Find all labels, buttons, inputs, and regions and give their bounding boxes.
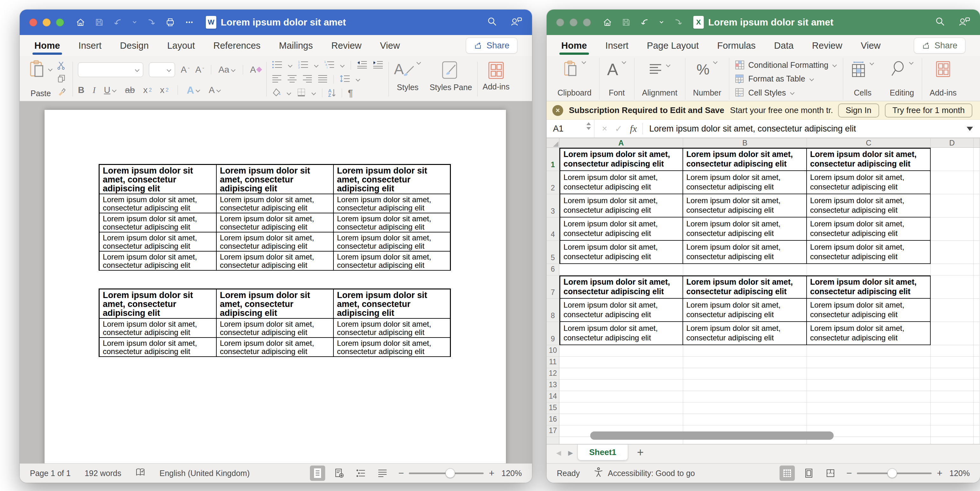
- undo-chevron-icon[interactable]: [659, 21, 664, 24]
- word-table-header-cell[interactable]: Lorem ipsum dolor sitamet, consecteturad…: [334, 165, 451, 194]
- font-group-button[interactable]: A Font: [600, 58, 635, 100]
- spreadsheet-cell[interactable]: [931, 217, 974, 241]
- row-header[interactable]: 5: [547, 241, 559, 264]
- spreadsheet-cell[interactable]: Lorem ipsum dolor sit amet,consectetur a…: [807, 171, 931, 194]
- addins-button[interactable]: Add-ins: [922, 58, 964, 100]
- styles-pane-button[interactable]: Styles Pane: [430, 61, 472, 92]
- word-table-cell[interactable]: Lorem ipsum dolor sit amet,consectetur a…: [100, 319, 217, 338]
- spreadsheet-cell[interactable]: [931, 276, 974, 299]
- text-effects-button[interactable]: A: [187, 84, 200, 96]
- tab-design[interactable]: Design: [120, 40, 149, 51]
- copy-icon[interactable]: [57, 74, 66, 85]
- clear-formatting-button[interactable]: A: [250, 65, 261, 75]
- line-spacing-button[interactable]: [339, 74, 350, 84]
- spreadsheet-cell[interactable]: Lorem ipsum dolor sit amet,consectetur a…: [559, 322, 683, 345]
- spreadsheet-cell[interactable]: [974, 241, 980, 264]
- subscript-button[interactable]: x2: [143, 85, 152, 95]
- word-table-cell[interactable]: Lorem ipsum dolor sit amet,consectetur a…: [217, 214, 334, 233]
- spreadsheet-cell[interactable]: Lorem ipsum dolor sit amet,consectetur a…: [559, 276, 683, 299]
- align-right-button[interactable]: [302, 75, 312, 84]
- spreadsheet-cell[interactable]: [931, 426, 974, 437]
- sign-in-button[interactable]: Sign In: [838, 104, 879, 118]
- confirm-entry-icon[interactable]: ✓: [615, 124, 622, 134]
- borders-button[interactable]: [296, 88, 306, 98]
- spreadsheet-cell[interactable]: [931, 345, 974, 357]
- spreadsheet-cell[interactable]: Lorem ipsum dolor sit amet,consectetur a…: [559, 217, 683, 241]
- paste-button[interactable]: Paste: [26, 59, 56, 100]
- spreadsheet-cell[interactable]: [683, 391, 807, 402]
- word-count[interactable]: 192 words: [84, 469, 121, 478]
- spreadsheet-cell[interactable]: Lorem ipsum dolor sit amet,consectetur a…: [559, 148, 683, 171]
- tab-insert[interactable]: Insert: [606, 40, 629, 51]
- word-table-header-cell[interactable]: Lorem ipsum dolor sitamet, consecteturad…: [100, 289, 217, 319]
- page-layout-view-button[interactable]: [801, 465, 816, 481]
- spreadsheet-cell[interactable]: [974, 426, 980, 437]
- spreadsheet-cell[interactable]: Lorem ipsum dolor sit amet,consectetur a…: [807, 299, 931, 322]
- row-header[interactable]: 15: [547, 402, 559, 414]
- align-left-button[interactable]: [272, 75, 282, 84]
- row-header[interactable]: 13: [547, 379, 559, 391]
- multilevel-list-button[interactable]: 1ai: [324, 60, 335, 70]
- column-header-d[interactable]: D: [931, 138, 974, 147]
- spreadsheet-cell[interactable]: [683, 402, 807, 414]
- tab-layout[interactable]: Layout: [167, 40, 195, 51]
- spreadsheet-cell[interactable]: [683, 379, 807, 391]
- tab-references[interactable]: References: [213, 40, 260, 51]
- spreadsheet-cell[interactable]: [683, 264, 807, 276]
- chevron-down-icon[interactable]: [340, 63, 345, 67]
- word-table-header-cell[interactable]: Lorem ipsum dolor sitamet, consecteturad…: [217, 289, 334, 319]
- tab-review[interactable]: Review: [331, 40, 361, 51]
- word-table-cell[interactable]: Lorem ipsum dolor sit amet,consectetur a…: [217, 338, 334, 357]
- minimize-button[interactable]: [43, 19, 51, 26]
- word-table-header-cell[interactable]: Lorem ipsum dolor sitamet, consecteturad…: [334, 289, 451, 319]
- word-table-cell[interactable]: Lorem ipsum dolor sit amet,consectetur a…: [100, 233, 217, 252]
- bold-button[interactable]: B: [78, 85, 84, 95]
- grow-font-button[interactable]: Aˆ: [181, 65, 189, 75]
- spreadsheet-cell[interactable]: Lorem ipsum dolor sit amet,consectetur a…: [559, 299, 683, 322]
- word-table-cell[interactable]: Lorem ipsum dolor sit amet,consectetur a…: [217, 194, 334, 214]
- print-layout-view-button[interactable]: [310, 465, 325, 481]
- spreadsheet-cell[interactable]: [931, 437, 974, 444]
- spreadsheet-cell[interactable]: [559, 264, 683, 276]
- page-count[interactable]: Page 1 of 1: [30, 469, 71, 478]
- tab-home[interactable]: Home: [34, 40, 60, 51]
- strikethrough-button[interactable]: ab: [125, 85, 135, 95]
- show-paragraph-marks-button[interactable]: ¶: [348, 88, 353, 99]
- italic-button[interactable]: I: [92, 85, 95, 95]
- spreadsheet-cell[interactable]: Lorem ipsum dolor sit amet,consectetur a…: [683, 217, 807, 241]
- spreadsheet-cell[interactable]: [974, 379, 980, 391]
- spreadsheet-cell[interactable]: Lorem ipsum dolor sit amet,consectetur a…: [807, 241, 931, 264]
- change-case-button[interactable]: Aa: [218, 65, 235, 75]
- align-center-button[interactable]: [287, 75, 297, 84]
- addins-button[interactable]: Add-ins: [483, 59, 510, 100]
- column-header-partial[interactable]: [974, 138, 980, 147]
- spreadsheet-cell[interactable]: [974, 391, 980, 402]
- chevron-down-icon[interactable]: [288, 63, 293, 67]
- chevron-down-icon[interactable]: [314, 63, 319, 67]
- spreadsheet-cell[interactable]: Lorem ipsum dolor sit amet,consectetur a…: [559, 194, 683, 217]
- spreadsheet-cell[interactable]: Lorem ipsum dolor sit amet,consectetur a…: [807, 148, 931, 171]
- name-box[interactable]: A1: [547, 120, 594, 137]
- spreadsheet-cell[interactable]: [974, 357, 980, 368]
- spreadsheet-cell[interactable]: Lorem ipsum dolor sit amet,consectetur a…: [559, 241, 683, 264]
- increase-indent-button[interactable]: [372, 60, 383, 70]
- zoom-in-button[interactable]: +: [937, 468, 942, 478]
- clipboard-group-button[interactable]: Clipboard: [550, 58, 600, 100]
- accessibility-icon[interactable]: [594, 467, 603, 479]
- spreadsheet-cell[interactable]: [559, 391, 683, 402]
- spreadsheet-cell[interactable]: [931, 357, 974, 368]
- spreadsheet-cell[interactable]: [974, 299, 980, 322]
- spreadsheet-cell[interactable]: Lorem ipsum dolor sit amet,consectetur a…: [683, 194, 807, 217]
- spreadsheet-cell[interactable]: Lorem ipsum dolor sit amet,consectetur a…: [683, 322, 807, 345]
- home-icon[interactable]: [75, 17, 86, 27]
- zoom-slider[interactable]: [857, 472, 932, 474]
- cell-styles-button[interactable]: Cell Styles: [735, 87, 837, 99]
- bullet-list-button[interactable]: [272, 60, 283, 70]
- spreadsheet-cell[interactable]: [807, 368, 931, 379]
- spreadsheet-cell[interactable]: [974, 368, 980, 379]
- numbered-list-button[interactable]: 123: [298, 60, 309, 70]
- spreadsheet-cell[interactable]: [807, 264, 931, 276]
- undo-icon[interactable]: [640, 17, 650, 27]
- spreadsheet-cell[interactable]: [559, 368, 683, 379]
- zoom-out-button[interactable]: −: [398, 468, 404, 478]
